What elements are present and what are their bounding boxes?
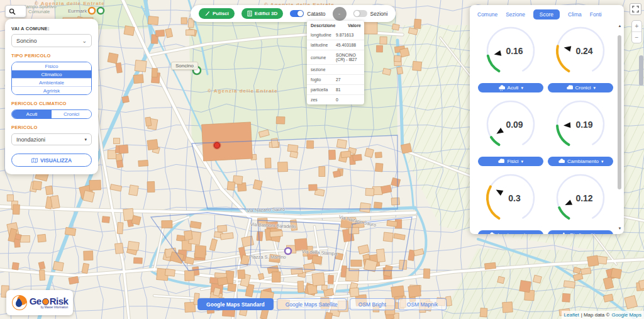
cloud-icon	[558, 158, 565, 165]
map-marker[interactable]	[213, 142, 221, 150]
popup-row-zes: zes0	[307, 94, 364, 104]
popup-row-value: 81	[336, 85, 364, 94]
climatico-option-acuti[interactable]: Acuti	[12, 110, 52, 118]
left-control-panel: VAI A COMUNE: Soncino ⌄ TIPO PERICOLO Fi…	[5, 19, 98, 174]
tipo-option-ambientale[interactable]: Ambientale	[12, 78, 91, 86]
gauge-dial: 0.19	[552, 96, 609, 154]
pericolo-climatico-segmented: AcutiCronici	[11, 109, 92, 119]
catasto-switch[interactable]	[290, 10, 304, 17]
zoom-in-button[interactable]: +	[632, 21, 641, 32]
scrollbar-thumb[interactable]	[618, 35, 621, 189]
tab-sezione[interactable]: Sezione	[506, 9, 525, 20]
gauge-value: 0.16	[506, 46, 523, 56]
cloud-icon	[488, 232, 495, 235]
climatico-option-cronici[interactable]: Cronici	[52, 110, 91, 118]
score-panel-tabs: ComuneSezioneScoreClimaFonti	[470, 5, 624, 21]
scroll-up-icon[interactable]: ▲	[617, 24, 623, 28]
gauge-button-label: Cambiamento	[567, 159, 599, 164]
basemap-osm-bright[interactable]: OSM Bright	[350, 298, 395, 310]
gauges-grid: 0.16 Acuti ▾ 0.24 Cronici ▾ 0.09 Fisici …	[470, 21, 624, 234]
catasto-info-popup: Descrizione Valore longitudine9.871613la…	[307, 21, 364, 104]
popup-row-value: 27	[336, 75, 364, 84]
cloud-sun-icon	[566, 84, 573, 92]
sezioni-label: Sezioni	[370, 11, 388, 17]
comune-select[interactable]: Soncino ⌄	[11, 34, 92, 47]
tab-comune[interactable]: Comune	[477, 9, 497, 20]
sezioni-switch[interactable]	[353, 10, 367, 17]
pericolo-select[interactable]: Inondazioni ▾	[11, 133, 92, 145]
gauge-dial: 0.12	[552, 169, 609, 227]
tab-clima[interactable]: Clima	[568, 9, 582, 20]
logo-text-geo: Ge	[30, 296, 42, 306]
map-icon	[31, 158, 38, 163]
popup-row-label: sezione	[307, 65, 336, 74]
search-icon	[9, 8, 16, 15]
georisk-logo: GeRisk by Master Information	[6, 290, 73, 315]
cloud-sun-icon	[497, 158, 504, 165]
gauge-fisici: 0.09 Fisici ▾	[476, 96, 545, 166]
cambiamento-dropdown-button[interactable]: Cambiamento ▾	[548, 157, 613, 166]
caret-down-icon: ▾	[521, 159, 524, 164]
gauge-button-label: Biodiversità	[570, 232, 596, 234]
basemap-google-maps-satellite[interactable]: Google Maps Satellite	[277, 298, 347, 310]
comune-label: VAI A COMUNE:	[11, 26, 92, 31]
logo-text-risk: Risk	[50, 296, 69, 306]
logo-tagline: by Master Information	[41, 306, 69, 310]
tipo-option-agririsk[interactable]: Agririsk	[12, 86, 91, 94]
score-panel: ComuneSezioneScoreClimaFonti 0.16 Acuti …	[470, 5, 624, 234]
visualizza-label: VISUALIZZA	[40, 157, 72, 164]
minus-circle-button[interactable]: -	[333, 7, 347, 21]
popup-header-valore: Valore	[336, 21, 364, 30]
visualizza-button[interactable]: VISUALIZZA	[11, 154, 92, 167]
basemap-osm-mapnik[interactable]: OSM Mapnik	[398, 298, 447, 310]
sezioni-toggle[interactable]: Sezioni	[353, 10, 388, 17]
cronici-dropdown-button[interactable]: Cronici ▾	[548, 83, 613, 92]
panel-scrollbar[interactable]: ▲ ▼	[617, 24, 623, 230]
caret-down-icon: ▾	[601, 159, 604, 164]
popup-header-row: Descrizione Valore	[307, 21, 364, 30]
catasto-label: Catasto	[307, 11, 325, 17]
leaflet-link[interactable]: Leaflet	[564, 312, 579, 318]
fullscreen-button[interactable]	[630, 3, 641, 15]
basemap-google-maps-standard[interactable]: Google Maps Standard	[197, 298, 274, 310]
page-scrollbar-thumb[interactable]	[639, 55, 643, 86]
pulisci-label: Pulisci	[213, 11, 229, 16]
zoom-out-button[interactable]: −	[632, 32, 641, 43]
edifici-3d-button[interactable]: Edifici 3D	[242, 8, 283, 19]
google-maps-link[interactable]: Google Maps	[611, 312, 641, 318]
popup-row-value: SONCINO (CR) - I827	[336, 50, 364, 64]
popup-row-longitudine: longitudine9.871613	[307, 30, 364, 40]
inquinamento-dropdown-button[interactable]: Inquinamento ▾	[478, 230, 543, 234]
biodiversità-dropdown-button[interactable]: Biodiversità ▾	[548, 230, 613, 234]
popup-row-value	[336, 67, 364, 72]
gauge-acuti: 0.16 Acuti ▾	[476, 22, 545, 92]
popup-row-value: 0	[336, 95, 364, 104]
tab-fonti[interactable]: Fonti	[590, 9, 602, 20]
gauge-button-label: Acuti	[508, 85, 519, 91]
building-icon	[247, 11, 252, 16]
map-attribution: Leaflet | Map data © Google Maps	[562, 311, 644, 319]
gauge-dial: 0.16	[482, 22, 540, 80]
catasto-toggle[interactable]: Catasto	[290, 10, 325, 17]
gauge-button-label: Fisici	[507, 159, 518, 164]
gauge-inquinamento: 0.3 Inquinamento ▾	[476, 169, 545, 234]
popup-row-label: zes	[307, 95, 336, 104]
tipo-option-climatico[interactable]: Climatico	[12, 70, 91, 78]
fisici-dropdown-button[interactable]: Fisici ▾	[478, 157, 543, 166]
pericolo-climatico-label: PERICOLO CLIMATICO	[11, 101, 92, 106]
scroll-down-icon[interactable]: ▼	[617, 227, 623, 230]
gauge-pointer	[496, 190, 503, 196]
tipo-pericolo-label: TIPO PERICOLO	[11, 53, 92, 59]
brush-icon	[204, 11, 210, 16]
caret-down-icon: ▾	[531, 233, 533, 235]
search-button[interactable]	[5, 5, 26, 18]
pulisci-button[interactable]: Pulisci	[199, 8, 235, 19]
acuti-dropdown-button[interactable]: Acuti ▾	[478, 83, 543, 92]
caret-down-icon: ▾	[521, 86, 523, 91]
tab-score[interactable]: Score	[533, 9, 560, 20]
basemap-switcher: Google Maps StandardGoogle Maps Satellit…	[197, 298, 447, 310]
tipo-option-fisico[interactable]: Fisico	[12, 62, 91, 70]
popup-row-label: longitudine	[307, 30, 336, 40]
gauge-dial: 0.09	[482, 96, 540, 154]
gauge-pointer	[494, 50, 501, 56]
